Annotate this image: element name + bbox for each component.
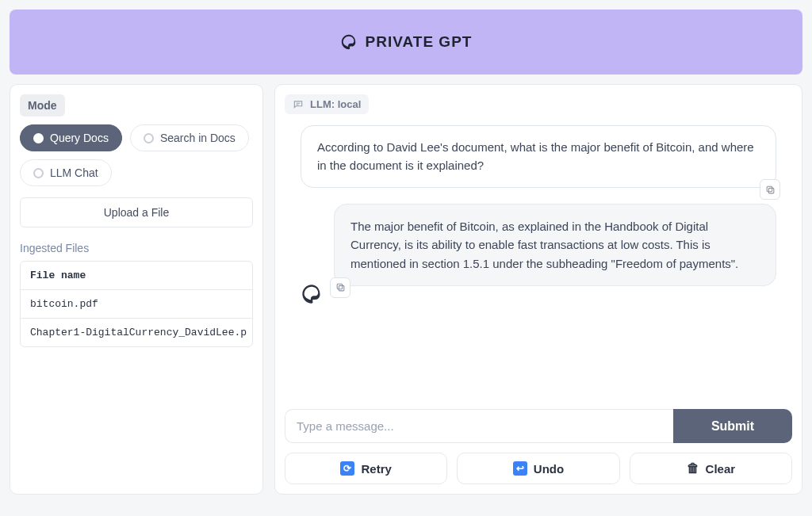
user-message-text: According to David Lee's document, what … (317, 140, 754, 172)
svg-rect-1 (767, 186, 772, 192)
clear-label: Clear (706, 462, 736, 476)
retry-button[interactable]: ⟳ Retry (285, 453, 447, 484)
chat-panel: LLM: local According to David Lee's docu… (274, 84, 802, 495)
copy-assistant-message-button[interactable] (330, 277, 350, 298)
ingested-files-label: Ingested Files (20, 242, 253, 254)
copy-user-message-button[interactable] (760, 179, 780, 200)
chat-icon (293, 99, 304, 110)
assistant-avatar (301, 283, 323, 305)
message-input-row: Submit (285, 409, 792, 443)
assistant-logo-icon (301, 283, 323, 305)
radio-icon (33, 133, 44, 143)
mode-option-label: LLM Chat (50, 166, 98, 179)
radio-icon (33, 168, 44, 178)
svg-rect-0 (768, 188, 774, 193)
main-layout: Mode Query Docs Search in Docs LLM Chat … (0, 84, 812, 504)
ingested-files-table: File name bitcoin.pdf Chapter1-DigitalCu… (20, 261, 253, 347)
copy-icon (335, 282, 346, 292)
llm-status-badge: LLM: local (285, 94, 369, 114)
undo-label: Undo (534, 462, 564, 476)
trash-icon: 🗑 (687, 461, 699, 476)
mode-option-label: Search in Docs (160, 132, 236, 144)
svg-rect-3 (337, 284, 343, 289)
assistant-message-text: The major benefit of Bitcoin, as explain… (350, 220, 738, 270)
file-table-header: File name (21, 262, 252, 290)
mode-radio-group: Query Docs Search in Docs LLM Chat (20, 124, 253, 186)
file-table-row[interactable]: Chapter1-DigitalCurrency_DavidLee.p (21, 319, 252, 346)
mode-option-llm-chat[interactable]: LLM Chat (20, 159, 112, 186)
file-table-row[interactable]: bitcoin.pdf (21, 290, 252, 319)
app-header: PRIVATE GPT (10, 10, 802, 75)
chat-actions-row: ⟳ Retry ↩ Undo 🗑 Clear (285, 453, 792, 484)
undo-icon: ↩ (513, 461, 527, 476)
user-message-bubble: According to David Lee's document, what … (301, 125, 776, 188)
upload-file-button[interactable]: Upload a File (20, 197, 253, 227)
retry-label: Retry (361, 462, 391, 476)
copy-icon (765, 185, 776, 195)
svg-rect-2 (339, 286, 344, 292)
radio-icon (144, 133, 154, 143)
chat-messages: According to David Lee's document, what … (285, 114, 792, 403)
mode-option-query-docs[interactable]: Query Docs (20, 124, 122, 151)
logo-icon (340, 33, 358, 51)
sidebar: Mode Query Docs Search in Docs LLM Chat … (10, 84, 263, 495)
message-input[interactable] (285, 409, 673, 443)
app-title: PRIVATE GPT (366, 33, 473, 51)
mode-option-label: Query Docs (50, 132, 109, 144)
mode-section-label: Mode (20, 94, 65, 117)
undo-button[interactable]: ↩ Undo (457, 453, 619, 484)
app-title-block: PRIVATE GPT (340, 33, 473, 51)
mode-option-search-in-docs[interactable]: Search in Docs (130, 124, 249, 151)
clear-button[interactable]: 🗑 Clear (630, 453, 792, 484)
llm-status-text: LLM: local (310, 98, 361, 110)
retry-icon: ⟳ (340, 461, 354, 476)
submit-button[interactable]: Submit (673, 409, 792, 443)
assistant-row: The major benefit of Bitcoin, as explain… (301, 204, 776, 305)
assistant-message-bubble: The major benefit of Bitcoin, as explain… (334, 204, 776, 286)
